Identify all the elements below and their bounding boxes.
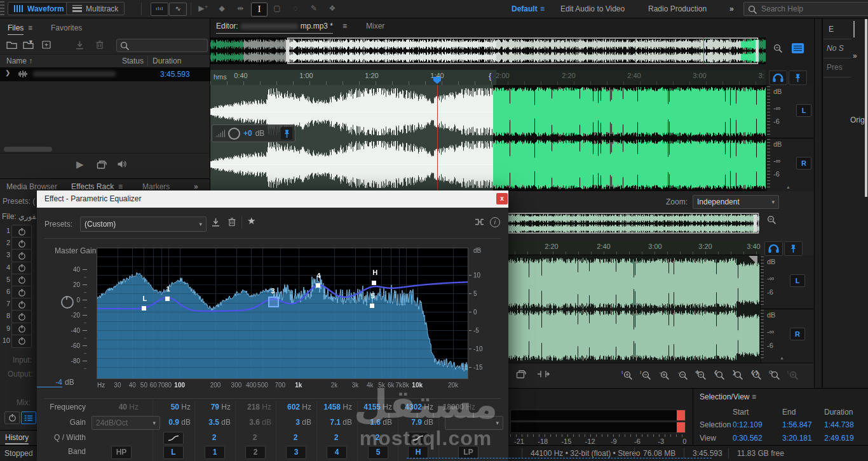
tab-history[interactable]: History — [5, 433, 29, 444]
tab-markers[interactable]: Markers — [142, 182, 170, 191]
menu-item-edit-audio-to-video[interactable]: Edit Audio to Video — [560, 4, 625, 13]
razor-tool-icon[interactable]: ◆ — [214, 3, 229, 15]
editor-tab-menu-icon[interactable]: ≡ — [342, 22, 347, 30]
volume-hud[interactable]: +0dB — [212, 124, 295, 142]
lasso-tool-icon[interactable]: ◌ — [288, 3, 303, 15]
save-preset-icon[interactable] — [211, 218, 220, 229]
scale-collapse-icon[interactable]: ▲ — [780, 356, 784, 360]
effect-slot-power-button[interactable] — [11, 335, 32, 348]
tab-mixer[interactable]: Mixer — [366, 22, 384, 30]
eq-control-point-L[interactable] — [142, 306, 146, 311]
effect-slot-power-button[interactable] — [11, 225, 32, 238]
horizontal-zoom-in-icon[interactable]: ↔ — [660, 369, 676, 382]
rack-power-button[interactable] — [4, 411, 20, 424]
rack-list-toggle-button[interactable] — [21, 411, 36, 424]
tab-editor[interactable]: Editor:mp.mp3 * — [216, 22, 333, 34]
menu-item-radio-production[interactable]: Radio Production — [648, 4, 707, 13]
search-help-input[interactable] — [760, 4, 851, 14]
band-toggle-button-HP[interactable]: HP — [111, 446, 132, 459]
spectral-display-button[interactable]: ∿ — [169, 3, 187, 16]
row-expander-icon[interactable]: ❯ — [5, 69, 10, 76]
time-selection-tool-icon[interactable]: I — [251, 3, 268, 17]
vertical-zoom-out-icon[interactable]: І — [641, 369, 658, 382]
band-frequency-value[interactable]: 18000 Hz — [426, 403, 475, 411]
batch-insert-icon[interactable] — [75, 41, 85, 51]
band-toggle-button-2[interactable]: 2 — [245, 446, 266, 459]
second-main-waveform[interactable] — [502, 255, 759, 362]
channel-badge-right[interactable]: R — [790, 328, 805, 340]
effect-slot-power-button[interactable] — [11, 237, 32, 250]
tab-files[interactable]: Files — [8, 23, 24, 35]
band-toggle-button-5[interactable]: 5 — [368, 446, 388, 459]
eq-dialog-titlebar[interactable]: Effect - Parametric Equalizerx — [37, 190, 508, 208]
auto-play-volume-icon[interactable] — [117, 160, 127, 170]
overview-waveform[interactable] — [210, 37, 766, 64]
column-header-status[interactable]: Status — [122, 57, 144, 65]
band-toggle-button-1[interactable]: 1 — [205, 446, 225, 459]
column-header-name[interactable]: Name ↑ — [6, 57, 32, 65]
band-q-value[interactable]: 2 — [327, 433, 346, 442]
favorite-star-icon[interactable]: ★ — [247, 215, 255, 227]
zoom-reset-icon[interactable]: ✥ — [696, 369, 713, 382]
band-q-value[interactable]: 2 — [245, 433, 264, 442]
info-icon[interactable]: i — [490, 217, 500, 227]
column-header-duration[interactable]: Duration — [153, 57, 181, 65]
files-hscrollbar[interactable] — [4, 147, 52, 152]
slip-tool-icon[interactable]: ⇹ — [233, 3, 248, 15]
channel-routing-icon[interactable] — [474, 217, 485, 229]
band-toggle-button-3[interactable]: 3 — [286, 446, 306, 459]
pin-channel-button[interactable] — [784, 241, 803, 256]
files-menu-icon[interactable]: ≡ — [28, 23, 32, 32]
editor-zoom-navigate-icon[interactable] — [773, 43, 788, 56]
play-button[interactable]: ▶ — [76, 159, 84, 170]
eq-control-point-3[interactable] — [268, 297, 279, 307]
marquee-tool-icon[interactable]: ▢ — [269, 3, 285, 15]
band-toggle-button-4[interactable]: 4 — [327, 446, 347, 459]
band-shelf-button[interactable] — [408, 432, 428, 444]
files-search-box[interactable] — [116, 39, 208, 52]
edge-fragment[interactable]: » — [853, 51, 857, 60]
band-q-value[interactable]: 2 — [368, 433, 387, 442]
eq-preset-dropdown[interactable]: (Custom)▾ — [80, 217, 207, 232]
import-file-icon[interactable]: ▼ — [23, 41, 34, 51]
effect-slot-power-button[interactable] — [11, 298, 32, 311]
scale-collapse-icon[interactable]: ▲ — [786, 185, 790, 189]
solo-headphones-button[interactable] — [769, 70, 787, 85]
rack-overflow-chevron[interactable]: » — [194, 182, 198, 191]
panel-grip[interactable] — [0, 1, 4, 17]
hud-pin-icon[interactable] — [281, 127, 292, 140]
band-q-value[interactable]: 2 — [286, 433, 305, 442]
workspace-menu-icon[interactable]: ≡ — [540, 4, 545, 13]
band-slope-dropdown[interactable]: ▾ — [445, 416, 503, 430]
band-toggle-button-H[interactable]: H — [408, 446, 428, 459]
zoom-in-point-right-icon[interactable]: ❯ — [733, 369, 750, 382]
move-tool-icon[interactable]: ▶⁺ — [196, 3, 211, 15]
dialog-resize-edge[interactable] — [407, 458, 712, 458]
workspace-label[interactable]: Default — [512, 4, 538, 13]
open-in-icon[interactable] — [516, 370, 527, 381]
zoom-mode-dropdown[interactable]: Independent▾ — [693, 195, 779, 209]
pin-channel-button[interactable] — [789, 70, 807, 85]
close-icon[interactable]: x — [496, 193, 508, 204]
eq-control-point-4[interactable] — [316, 283, 320, 288]
search-help-box[interactable] — [743, 2, 868, 16]
tab-effects-rack[interactable]: Effects Rack — [71, 182, 114, 191]
solo-headphones-button[interactable] — [764, 241, 783, 256]
effect-slot-power-button[interactable] — [11, 323, 32, 336]
horizontal-zoom-out-icon[interactable]: ↔ — [678, 369, 695, 382]
band-q-value[interactable]: 2 — [205, 433, 224, 442]
effect-slot-power-button[interactable] — [11, 274, 32, 287]
zoom-in-point-left-icon[interactable]: ❮ — [715, 369, 731, 382]
open-in-editor-icon[interactable] — [97, 160, 107, 171]
channel-badge-left[interactable]: L — [796, 104, 811, 117]
effect-slot-power-button[interactable] — [11, 249, 32, 262]
delete-preset-icon[interactable] — [227, 217, 236, 229]
zoom-selection-icon[interactable]: ❮❯ — [752, 369, 768, 382]
tab-media-browser[interactable]: Media Browser — [6, 182, 57, 191]
channel-badge-left[interactable]: L — [790, 274, 805, 287]
second-overview-waveform[interactable] — [502, 213, 759, 234]
waveform-view-button[interactable]: Waveform — [8, 2, 71, 15]
open-file-icon[interactable] — [6, 41, 17, 51]
band-shelf-button[interactable] — [163, 432, 184, 444]
eq-control-point-1[interactable] — [165, 297, 170, 301]
